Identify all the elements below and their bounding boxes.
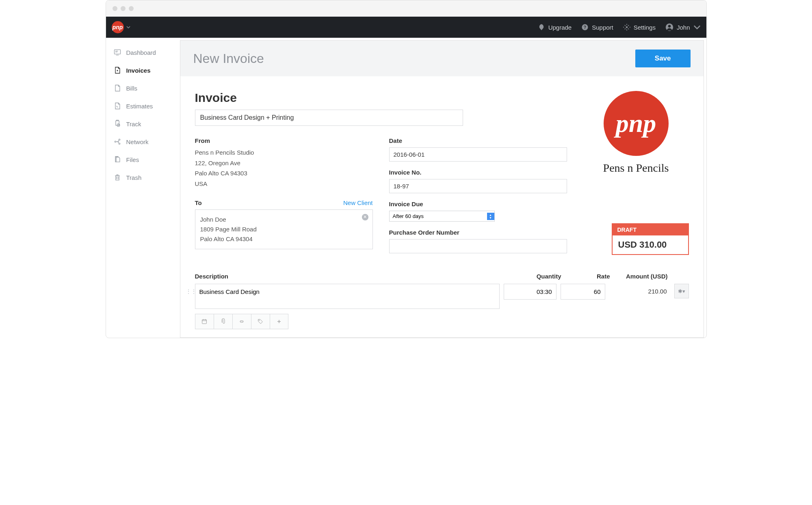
- sidebar-item-trash[interactable]: Trash: [106, 168, 178, 186]
- total-box: DRAFT USD 310.00: [612, 223, 689, 255]
- tag-icon[interactable]: [251, 314, 270, 329]
- rocket-icon: [538, 24, 545, 31]
- sidebar-item-bills[interactable]: Bills: [106, 79, 178, 97]
- select-arrows-icon: ▲▼: [487, 213, 494, 220]
- invoice-title-input[interactable]: [195, 110, 463, 126]
- sidebar-item-label: Network: [126, 138, 149, 145]
- from-line: Palo Alto CA 94303: [195, 168, 373, 179]
- line-item-rate-input[interactable]: [561, 284, 605, 300]
- sidebar-item-label: Files: [126, 156, 139, 163]
- to-label: To: [195, 199, 202, 206]
- col-amount: Amount (USD): [610, 273, 671, 280]
- line-item-row: ⋮⋮ 210.00 ✱▾: [195, 284, 689, 329]
- sidebar-item-label: Bills: [126, 85, 138, 92]
- estimate-icon: [113, 102, 121, 110]
- user-name: John: [677, 24, 690, 31]
- browser-chrome: [106, 0, 706, 17]
- svg-point-13: [115, 141, 116, 142]
- window-dot: [113, 6, 117, 11]
- calendar-icon[interactable]: [195, 314, 214, 329]
- app-logo[interactable]: pnp: [112, 21, 124, 33]
- upgrade-label: Upgrade: [548, 24, 572, 31]
- dashboard-icon: [113, 48, 121, 56]
- to-line: Palo Alto CA 94304: [200, 234, 368, 244]
- svg-line-18: [118, 140, 119, 141]
- svg-rect-22: [202, 319, 207, 324]
- window-dot: [121, 6, 126, 11]
- sidebar-item-track[interactable]: Track: [106, 115, 178, 133]
- col-rate: Rate: [561, 273, 610, 280]
- invoice-heading: Invoice: [195, 91, 567, 105]
- invoice-due-value: After 60 days: [390, 211, 487, 221]
- sidebar-item-invoices[interactable]: Invoices: [106, 61, 178, 79]
- topbar: pnp Upgrade ? Support Settings John: [106, 17, 706, 38]
- settings-label: Settings: [634, 24, 656, 31]
- to-line: 1809 Page Mill Road: [200, 224, 368, 234]
- svg-point-26: [259, 320, 260, 321]
- sidebar-item-network[interactable]: Network: [106, 133, 178, 151]
- add-icon[interactable]: [270, 314, 288, 329]
- line-item-gear-button[interactable]: ✱▾: [674, 284, 689, 298]
- sidebar-item-estimates[interactable]: Estimates: [106, 97, 178, 115]
- avatar-icon: [665, 23, 673, 31]
- invoice-due-label: Invoice Due: [389, 201, 567, 207]
- status-badge: DRAFT: [613, 224, 688, 235]
- from-line: USA: [195, 179, 373, 189]
- sidebar: Dashboard Invoices Bills Estimates Track…: [106, 38, 178, 338]
- from-line: 122, Oregon Ave: [195, 158, 373, 168]
- save-button[interactable]: Save: [635, 50, 691, 67]
- main-panel: New Invoice Save Invoice From Pens n Pen…: [180, 40, 704, 338]
- bill-icon: [113, 84, 121, 92]
- from-label: From: [195, 137, 373, 144]
- to-line: John Doe: [200, 215, 368, 224]
- sidebar-item-dashboard[interactable]: Dashboard: [106, 43, 178, 61]
- line-item-description-input[interactable]: [195, 284, 500, 309]
- sidebar-item-label: Invoices: [126, 67, 151, 74]
- col-description: Description: [195, 273, 505, 280]
- date-input[interactable]: [389, 147, 567, 162]
- user-menu[interactable]: John: [665, 23, 701, 31]
- sidebar-item-label: Trash: [126, 174, 142, 181]
- new-client-link[interactable]: New Client: [343, 199, 373, 206]
- company-logo: pnp: [604, 91, 669, 156]
- total-amount: USD 310.00: [613, 235, 688, 254]
- invoice-number-label: Invoice No.: [389, 169, 567, 176]
- line-item-quantity-input[interactable]: [504, 284, 556, 300]
- to-address-box[interactable]: ✕ John Doe 1809 Page Mill Road Palo Alto…: [195, 209, 373, 249]
- svg-point-2: [626, 26, 628, 28]
- chevron-down-icon: [693, 24, 701, 31]
- settings-link[interactable]: Settings: [623, 24, 656, 31]
- sidebar-item-files[interactable]: Files: [106, 151, 178, 168]
- support-label: Support: [592, 24, 613, 31]
- from-address: Pens n Pencils Studio 122, Oregon Ave Pa…: [195, 147, 373, 189]
- page-title: New Invoice: [193, 51, 264, 66]
- sidebar-item-label: Estimates: [126, 103, 153, 110]
- line-item-toolbar: [195, 314, 500, 329]
- col-quantity: Quantity: [505, 273, 561, 280]
- drag-handle-icon[interactable]: ⋮⋮: [186, 289, 197, 294]
- window-dot: [129, 6, 134, 11]
- invoice-number-input[interactable]: [389, 179, 567, 193]
- po-label: Purchase Order Number: [389, 229, 567, 236]
- sidebar-item-label: Track: [126, 121, 141, 127]
- po-input[interactable]: [389, 239, 567, 253]
- help-icon: ?: [581, 24, 589, 31]
- main-header: New Invoice Save: [180, 41, 704, 76]
- logo-text: pnp: [616, 108, 656, 138]
- company-name: Pens n Pencils: [583, 162, 689, 175]
- chevron-down-icon[interactable]: [126, 25, 130, 29]
- track-icon: [113, 120, 121, 128]
- line-items-header: Description Quantity Rate Amount (USD): [195, 269, 689, 284]
- svg-text:?: ?: [584, 25, 586, 30]
- svg-line-19: [118, 142, 119, 143]
- upgrade-link[interactable]: Upgrade: [538, 24, 572, 31]
- files-icon: [113, 155, 121, 164]
- sidebar-item-label: Dashboard: [126, 49, 156, 56]
- line-item-amount: 210.00: [609, 284, 670, 295]
- link-icon[interactable]: [232, 314, 251, 329]
- gear-icon: [623, 24, 630, 31]
- invoice-due-select[interactable]: After 60 days ▲▼: [389, 211, 495, 222]
- clear-client-icon[interactable]: ✕: [362, 214, 368, 220]
- attachment-icon[interactable]: [214, 314, 232, 329]
- support-link[interactable]: ? Support: [581, 24, 613, 31]
